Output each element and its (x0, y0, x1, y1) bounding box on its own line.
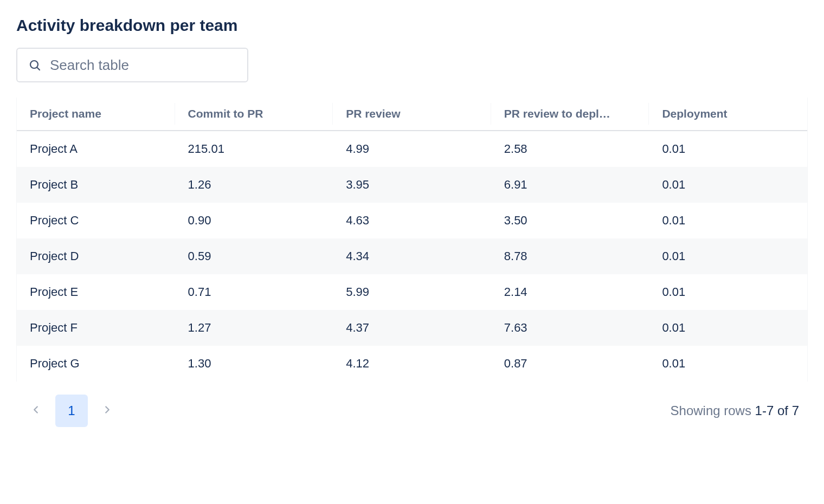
search-input[interactable] (50, 57, 236, 74)
table-cell: 3.95 (333, 167, 491, 203)
search-wrapper[interactable] (16, 48, 248, 82)
table-cell: 0.59 (175, 238, 333, 274)
col-project-name[interactable]: Project name (17, 98, 175, 131)
table-cell: 0.71 (175, 274, 333, 310)
prev-page-button[interactable] (25, 400, 47, 422)
page-number-button[interactable]: 1 (55, 395, 88, 427)
table-cell: Project C (17, 203, 175, 238)
table-cell: 215.01 (175, 131, 333, 167)
table-cell: 0.90 (175, 203, 333, 238)
col-deployment[interactable]: Deployment (649, 98, 807, 131)
table-cell: 0.01 (649, 310, 807, 346)
table-cell: Project E (17, 274, 175, 310)
table-cell: 4.37 (333, 310, 491, 346)
pagination-row: 1 Showing rows 1-7 of 7 (16, 382, 808, 431)
table-cell: Project D (17, 238, 175, 274)
col-pr-review-to-deploy[interactable]: PR review to depl… (491, 98, 649, 131)
table-cell: 0.01 (649, 238, 807, 274)
table-cell: 5.99 (333, 274, 491, 310)
rows-info: Showing rows 1-7 of 7 (671, 403, 799, 418)
table-header-row: Project name Commit to PR PR review PR r… (17, 98, 807, 131)
table-cell: 1.26 (175, 167, 333, 203)
table-cell: 4.99 (333, 131, 491, 167)
svg-line-1 (37, 67, 40, 70)
table-cell: 0.87 (491, 346, 649, 382)
table-row: Project A215.014.992.580.01 (17, 131, 807, 167)
table-cell: 0.01 (649, 274, 807, 310)
rows-info-prefix: Showing rows (671, 403, 755, 418)
table-cell: 0.01 (649, 203, 807, 238)
table-cell: Project A (17, 131, 175, 167)
table-cell: 4.34 (333, 238, 491, 274)
table-cell: 2.58 (491, 131, 649, 167)
table-cell: Project G (17, 346, 175, 382)
activity-table: Project name Commit to PR PR review PR r… (17, 98, 807, 382)
table-row: Project B1.263.956.910.01 (17, 167, 807, 203)
table-cell: 1.30 (175, 346, 333, 382)
table-cell: 4.63 (333, 203, 491, 238)
table-cell: Project B (17, 167, 175, 203)
table-row: Project D0.594.348.780.01 (17, 238, 807, 274)
search-icon (28, 59, 41, 72)
table-cell: 1.27 (175, 310, 333, 346)
pagination-controls: 1 (25, 395, 118, 427)
next-page-button[interactable] (96, 400, 118, 422)
table-cell: 0.01 (649, 346, 807, 382)
table-cell: 4.12 (333, 346, 491, 382)
table-cell: 0.01 (649, 131, 807, 167)
table-cell: Project F (17, 310, 175, 346)
table-cell: 3.50 (491, 203, 649, 238)
rows-info-range: 1-7 of 7 (755, 403, 799, 418)
table-cell: 2.14 (491, 274, 649, 310)
table-row: Project G1.304.120.870.01 (17, 346, 807, 382)
col-pr-review[interactable]: PR review (333, 98, 491, 131)
table-cell: 0.01 (649, 167, 807, 203)
table-cell: 8.78 (491, 238, 649, 274)
chevron-right-icon (101, 404, 113, 418)
col-commit-to-pr[interactable]: Commit to PR (175, 98, 333, 131)
table-cell: 7.63 (491, 310, 649, 346)
table-container: Project name Commit to PR PR review PR r… (16, 98, 808, 382)
table-row: Project E0.715.992.140.01 (17, 274, 807, 310)
table-row: Project C0.904.633.500.01 (17, 203, 807, 238)
page-title: Activity breakdown per team (16, 16, 808, 35)
table-cell: 6.91 (491, 167, 649, 203)
table-row: Project F1.274.377.630.01 (17, 310, 807, 346)
chevron-left-icon (30, 404, 42, 418)
